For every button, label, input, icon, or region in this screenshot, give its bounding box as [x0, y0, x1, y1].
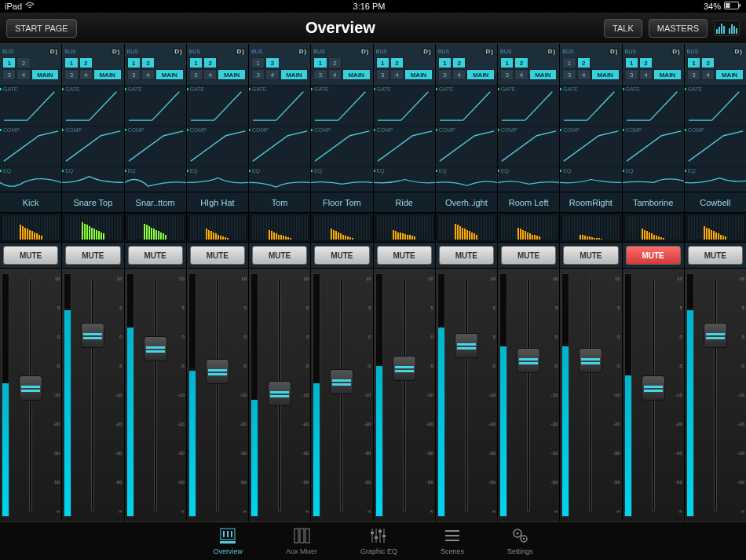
bus-cell-2[interactable]: 2 [16, 57, 30, 68]
master-levels-icon[interactable] [714, 20, 740, 36]
mute-button[interactable]: MUTE [3, 246, 58, 265]
gate-panel[interactable]: GATE [249, 85, 310, 126]
bus-cell-2[interactable]: 2 [514, 57, 528, 68]
mute-button[interactable]: MUTE [377, 246, 432, 265]
bus-cell-1[interactable]: 1 [64, 57, 78, 68]
channel-name[interactable]: Tom [249, 192, 310, 212]
bus-section[interactable]: BUS D 12 34 MAIN [187, 44, 248, 85]
bus-cell-4[interactable]: 4 [16, 69, 30, 80]
mute-button[interactable]: MUTE [65, 246, 120, 265]
channel-name[interactable]: Tamborine [623, 192, 684, 212]
fader-track[interactable] [327, 273, 357, 517]
bus-cell-2[interactable]: 2 [577, 57, 591, 68]
gate-panel[interactable]: GATE [685, 85, 746, 126]
fader-cap[interactable] [81, 323, 104, 348]
bus-cell-4[interactable]: 4 [577, 69, 591, 80]
bus-main[interactable]: MAIN [591, 69, 620, 80]
fader-cap[interactable] [455, 333, 478, 358]
bus-cell-2[interactable]: 2 [265, 57, 279, 68]
bus-main[interactable]: MAIN [342, 69, 371, 80]
bus-section[interactable]: BUS D 12 34 MAIN [62, 44, 123, 85]
bus-cell-4[interactable]: 4 [265, 69, 279, 80]
channel-name[interactable]: Ride [374, 192, 435, 212]
gate-panel[interactable]: GATE [498, 85, 559, 126]
bus-section[interactable]: BUS D 12 34 MAIN [0, 44, 61, 85]
bus-main[interactable]: MAIN [93, 69, 122, 80]
nav-aux-mixer[interactable]: Aux Mixer [286, 525, 317, 560]
eq-panel[interactable]: EQ [0, 167, 61, 192]
bus-main[interactable]: MAIN [653, 69, 682, 80]
eq-panel[interactable]: EQ [311, 167, 372, 192]
channel-name[interactable]: Snare Top [62, 192, 123, 212]
bus-cell-1[interactable]: 1 [127, 57, 141, 68]
bus-cell-3[interactable]: 3 [127, 69, 141, 80]
nav-overview[interactable]: Overview [213, 525, 243, 560]
bus-section[interactable]: BUS D 12 34 MAIN [249, 44, 310, 85]
channel-name[interactable]: RoomRight [560, 192, 621, 212]
bus-cell-3[interactable]: 3 [687, 69, 700, 80]
masters-button[interactable]: MASTERS [649, 19, 708, 38]
bus-cell-3[interactable]: 3 [625, 69, 638, 80]
fader-track[interactable] [700, 273, 730, 517]
bus-main[interactable]: MAIN [218, 69, 246, 80]
gate-panel[interactable]: GATE [623, 85, 684, 126]
fader-cap[interactable] [206, 359, 229, 384]
fader-track[interactable] [141, 273, 170, 517]
fader-cap[interactable] [144, 336, 167, 361]
gate-panel[interactable]: GATE [311, 85, 372, 126]
bus-cell-1[interactable]: 1 [562, 57, 576, 68]
bus-cell-2[interactable]: 2 [639, 57, 653, 68]
bus-cell-4[interactable]: 4 [390, 69, 404, 80]
bus-cell-2[interactable]: 2 [701, 57, 715, 68]
bus-cell-1[interactable]: 1 [251, 57, 265, 68]
fader-cap[interactable] [393, 356, 416, 381]
fader-track[interactable] [16, 273, 46, 517]
comp-panel[interactable]: COMP [374, 126, 435, 167]
talk-button[interactable]: TALK [604, 19, 642, 38]
bus-cell-1[interactable]: 1 [189, 57, 203, 68]
channel-name[interactable]: Snar..ttom [125, 192, 186, 212]
bus-cell-3[interactable]: 3 [376, 69, 389, 80]
bus-cell-3[interactable]: 3 [64, 69, 78, 80]
gate-panel[interactable]: GATE [187, 85, 248, 126]
fader-track[interactable] [576, 273, 605, 517]
bus-section[interactable]: BUS D 12 34 MAIN [623, 44, 684, 85]
bus-section[interactable]: BUS D 12 34 MAIN [560, 44, 621, 85]
fader-cap[interactable] [704, 323, 727, 348]
mute-button[interactable]: MUTE [128, 246, 183, 265]
comp-panel[interactable]: COMP [560, 126, 621, 167]
fader-cap[interactable] [517, 348, 540, 373]
channel-name[interactable]: Overh..ight [436, 192, 497, 212]
bus-cell-4[interactable]: 4 [141, 69, 155, 80]
bus-main[interactable]: MAIN [280, 69, 309, 80]
nav-scenes[interactable]: Scenes [441, 525, 464, 560]
fader-track[interactable] [638, 273, 668, 517]
eq-panel[interactable]: EQ [249, 167, 310, 192]
bus-cell-1[interactable]: 1 [500, 57, 514, 68]
eq-panel[interactable]: EQ [187, 167, 248, 192]
mute-button[interactable]: MUTE [439, 246, 494, 265]
bus-cell-1[interactable]: 1 [687, 57, 700, 68]
bus-cell-3[interactable]: 3 [562, 69, 576, 80]
bus-cell-1[interactable]: 1 [313, 57, 327, 68]
bus-section[interactable]: BUS D 12 34 MAIN [125, 44, 186, 85]
fader-track[interactable] [389, 273, 419, 517]
bus-cell-1[interactable]: 1 [376, 57, 389, 68]
bus-cell-2[interactable]: 2 [141, 57, 155, 68]
fader-track[interactable] [203, 273, 232, 517]
bus-cell-3[interactable]: 3 [500, 69, 514, 80]
mute-button[interactable]: MUTE [626, 246, 681, 265]
bus-cell-1[interactable]: 1 [625, 57, 638, 68]
gate-panel[interactable]: GATE [560, 85, 621, 126]
bus-cell-1[interactable]: 1 [2, 57, 16, 68]
comp-panel[interactable]: COMP [311, 126, 372, 167]
bus-main[interactable]: MAIN [715, 69, 744, 80]
bus-cell-4[interactable]: 4 [514, 69, 528, 80]
bus-cell-1[interactable]: 1 [438, 57, 452, 68]
channel-name[interactable]: Kick [0, 192, 61, 212]
bus-cell-4[interactable]: 4 [701, 69, 715, 80]
comp-panel[interactable]: COMP [249, 126, 310, 167]
channel-name[interactable]: Floor Tom [311, 192, 372, 212]
mute-button[interactable]: MUTE [688, 246, 743, 265]
fader-track[interactable] [265, 273, 294, 517]
